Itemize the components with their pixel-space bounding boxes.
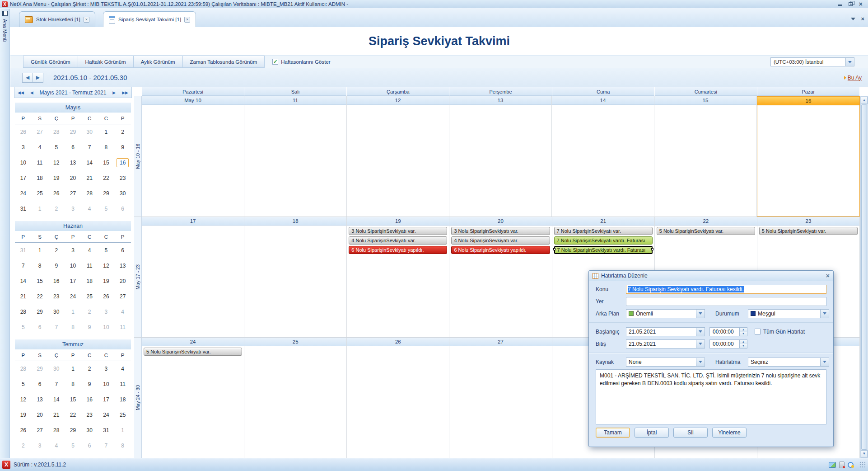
mini-day-cell[interactable]: 11 — [32, 155, 48, 170]
mini-day-cell[interactable]: 8 — [114, 438, 131, 453]
prev-month-button[interactable]: ◀ — [27, 90, 37, 95]
mini-day-cell[interactable]: 25 — [114, 407, 131, 423]
mini-day-cell[interactable]: 2 — [114, 124, 131, 140]
minimize-button[interactable] — [838, 1, 842, 7]
yineleme-button[interactable]: Yineleme — [712, 428, 747, 438]
mini-day-cell[interactable]: 20 — [65, 170, 81, 186]
dialog-close-button[interactable]: × — [826, 273, 830, 278]
mini-day-cell[interactable]: 16 — [48, 273, 65, 289]
event-selected[interactable]: 7 Nolu SiparişinSevkiyatı vardı. Faturas… — [554, 246, 653, 254]
mini-day-cell[interactable]: 27 — [114, 289, 131, 304]
mini-day-cell[interactable]: 9 — [114, 140, 131, 155]
checkbox-checked-icon[interactable]: ✓ — [272, 59, 278, 65]
mini-day-cell[interactable]: 25 — [32, 186, 48, 201]
mini-day-cell[interactable]: 30 — [81, 124, 98, 140]
mini-day-cell[interactable]: 21 — [81, 170, 98, 186]
mini-day-cell[interactable]: 8 — [65, 377, 81, 392]
mini-day-cell[interactable]: 23 — [81, 407, 98, 423]
event[interactable]: 4 Nolu SiparişinSevkiyatı var. — [349, 236, 447, 245]
mini-day-cell[interactable]: 18 — [81, 273, 98, 289]
event[interactable]: 5 Nolu SiparişinSevkiyatı var. — [657, 227, 755, 235]
mini-day-cell[interactable]: 20 — [32, 407, 48, 423]
mini-day-cell[interactable]: 8 — [65, 320, 81, 335]
mini-day-cell[interactable]: 13 — [32, 392, 48, 407]
mini-day-cell[interactable]: 29 — [65, 423, 81, 438]
mini-day-cell[interactable]: 8 — [32, 258, 48, 273]
day-cell-today[interactable]: 16 — [757, 96, 860, 217]
mini-day-cell[interactable]: 27 — [65, 186, 81, 201]
mini-day-cell[interactable]: 21 — [15, 289, 32, 304]
tab-close-icon[interactable]: × — [184, 17, 190, 23]
mini-day-cell[interactable]: 6 — [114, 243, 131, 258]
mini-day-cell[interactable]: 5 — [65, 438, 81, 453]
mini-day-cell[interactable]: 6 — [32, 320, 48, 335]
mini-day-cell[interactable]: 1 — [65, 304, 81, 320]
dropdown-caret-icon[interactable] — [820, 310, 829, 318]
dialog-titlebar[interactable]: Hatırlatma Düzenle × — [589, 271, 833, 281]
mini-day-cell[interactable]: 15 — [65, 392, 81, 407]
mini-day-cell[interactable]: 28 — [15, 304, 32, 320]
mini-day-cell[interactable]: 26 — [48, 186, 65, 201]
mini-day-cell[interactable]: 29 — [32, 361, 48, 377]
vertical-scrollbar[interactable]: ▲ ▼ — [860, 96, 868, 458]
mini-day-cell[interactable]: 20 — [114, 273, 131, 289]
mini-day-cell[interactable]: 10 — [15, 155, 32, 170]
mini-day-cell[interactable]: 17 — [98, 392, 115, 407]
mini-day-cell[interactable]: 8 — [98, 140, 115, 155]
event[interactable]: 4 Nolu SiparişinSevkiyatı var. — [451, 236, 550, 245]
mini-day-cell[interactable]: 31 — [15, 243, 32, 258]
day-cell[interactable]: 14 — [552, 96, 654, 217]
sil-button[interactable]: Sil — [673, 428, 708, 438]
baslangic-date-combo[interactable]: 21.05.2021 — [626, 327, 705, 336]
event[interactable]: 6 Nolu SiparişinSevkiyatı yapıldı. — [451, 246, 550, 254]
timeline-view-button[interactable]: Zaman Tablosunda Görünüm — [182, 56, 265, 68]
mini-day-cell[interactable]: 15 — [32, 273, 48, 289]
mini-day-cell[interactable]: 2 — [48, 243, 65, 258]
mini-day-cell[interactable]: 7 — [48, 377, 65, 392]
mini-day-cell[interactable]: 1 — [114, 423, 131, 438]
mini-day-cell[interactable]: 31 — [15, 201, 32, 217]
dropdown-caret-icon[interactable] — [696, 358, 705, 366]
mini-day-cell[interactable]: 3 — [98, 304, 115, 320]
mini-day-cell[interactable]: 9 — [48, 258, 65, 273]
mini-day-cell[interactable]: 6 — [32, 377, 48, 392]
mini-day-cell[interactable]: 12 — [15, 392, 32, 407]
scroll-down-button[interactable]: ▼ — [861, 450, 868, 457]
mini-day-cell[interactable]: 23 — [48, 289, 65, 304]
mini-day-cell[interactable]: 17 — [15, 170, 32, 186]
event-resize-handle[interactable] — [553, 248, 555, 250]
day-cell[interactable]: 15 — [654, 96, 757, 217]
bitis-time-spinner[interactable]: 00:00:00 ▲▼ — [709, 339, 747, 349]
tab-area-close-icon[interactable]: × — [861, 15, 864, 22]
bitis-date-combo[interactable]: 21.05.2021 — [626, 339, 705, 349]
mini-day-cell[interactable]: 10 — [65, 258, 81, 273]
mini-day-cell[interactable]: 22 — [65, 407, 81, 423]
mini-day-cell[interactable]: 10 — [98, 320, 115, 335]
event[interactable]: 3 Nolu SiparişinSevkiyatı var. — [349, 227, 447, 235]
mini-day-cell[interactable]: 13 — [114, 258, 131, 273]
mini-day-cell[interactable]: 19 — [98, 273, 115, 289]
day-cell[interactable]: 11 — [244, 96, 347, 217]
mini-day-cell-selected[interactable]: 16 — [114, 155, 131, 170]
tamam-button[interactable]: Tamam — [596, 428, 630, 438]
monthly-view-button[interactable]: Aylık Görünüm — [133, 56, 183, 68]
tab-stok-hareketleri[interactable]: Stok Hareketleri [1] × — [19, 11, 95, 27]
yer-input[interactable] — [626, 297, 826, 306]
mini-day-cell[interactable]: 26 — [15, 124, 32, 140]
event[interactable]: 7 Nolu SiparişinSevkiyatı vardı. Faturas… — [554, 236, 653, 245]
mini-day-cell[interactable]: 7 — [98, 438, 115, 453]
mini-day-cell[interactable]: 28 — [48, 124, 65, 140]
mini-day-cell[interactable]: 17 — [65, 273, 81, 289]
mini-day-cell[interactable]: 22 — [32, 289, 48, 304]
event[interactable]: 5 Nolu SiparişinSevkiyatı var. — [759, 227, 858, 235]
day-cell[interactable]: 13 — [449, 96, 552, 217]
mini-day-cell[interactable]: 1 — [65, 361, 81, 377]
event[interactable]: 5 Nolu SiparişinSevkiyatı var. — [144, 348, 242, 356]
tab-close-icon[interactable]: × — [84, 17, 89, 23]
resize-grip[interactable] — [859, 462, 866, 468]
mini-day-cell[interactable]: 5 — [98, 201, 115, 217]
mini-day-cell[interactable]: 14 — [81, 155, 98, 170]
day-cell[interactable]: 27 — [449, 338, 552, 458]
event[interactable]: 7 Nolu SiparişinSevkiyatı var. — [554, 227, 653, 235]
mini-day-cell[interactable]: 24 — [15, 186, 32, 201]
